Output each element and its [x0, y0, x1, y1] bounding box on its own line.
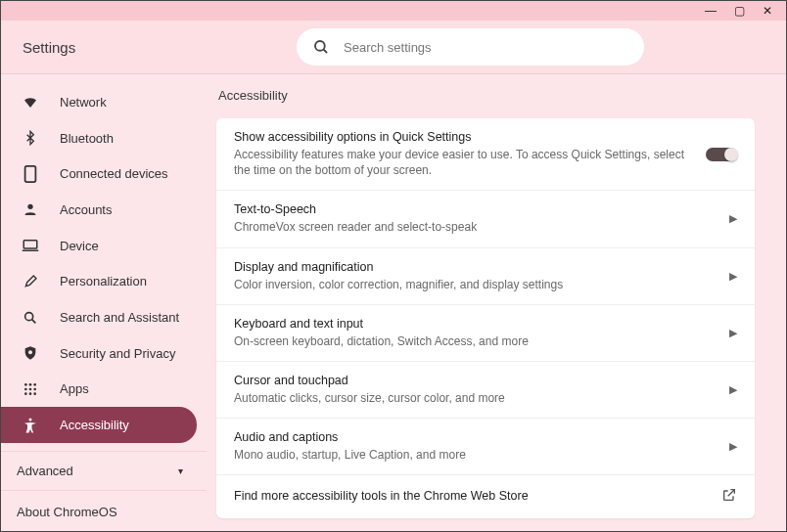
- row-subtitle: Accessibility features make your device …: [234, 147, 694, 178]
- sidebar-item-label: Apps: [60, 381, 89, 396]
- sidebar-item-label: Accounts: [60, 202, 112, 217]
- sidebar-item-label: Network: [60, 95, 107, 110]
- search-icon: [312, 38, 330, 56]
- page-title: Accessibility: [218, 88, 755, 103]
- sidebar-item-label: Personalization: [60, 274, 147, 288]
- row-title: Find more accessibility tools in the Chr…: [234, 489, 721, 503]
- svg-rect-4: [23, 241, 37, 248]
- row-subtitle: Mono audio, startup, Live Caption, and m…: [234, 447, 718, 463]
- svg-point-14: [33, 388, 36, 391]
- row-keyboard-text-input[interactable]: Keyboard and text input On-screen keyboa…: [216, 305, 755, 362]
- close-icon[interactable]: ✕: [763, 5, 772, 17]
- row-title: Show accessibility options in Quick Sett…: [234, 130, 694, 144]
- svg-point-13: [29, 388, 32, 391]
- row-subtitle: On-screen keyboard, dictation, Switch Ac…: [234, 333, 718, 349]
- svg-point-0: [315, 41, 325, 51]
- svg-point-11: [33, 383, 36, 386]
- row-title: Cursor and touchpad: [234, 374, 718, 387]
- svg-point-16: [29, 392, 32, 395]
- row-text-to-speech[interactable]: Text-to-Speech ChromeVox screen reader a…: [216, 191, 755, 247]
- chevron-right-icon: ▶: [729, 440, 737, 453]
- sidebar-item-device[interactable]: Device: [1, 228, 197, 264]
- chevron-right-icon: ▶: [729, 327, 737, 339]
- search-input[interactable]: [344, 40, 618, 55]
- app-title: Settings: [23, 39, 297, 56]
- sidebar-item-personalization[interactable]: Personalization: [1, 264, 197, 300]
- sidebar-advanced-label: Advanced: [17, 464, 73, 478]
- sidebar-item-connected-devices[interactable]: Connected devices: [1, 155, 197, 192]
- search-box[interactable]: [297, 28, 644, 66]
- row-title: Display and magnification: [234, 260, 718, 274]
- search-icon: [21, 310, 40, 326]
- accessibility-icon: [21, 417, 40, 434]
- row-audio-captions[interactable]: Audio and captions Mono audio, startup, …: [216, 419, 755, 475]
- svg-line-1: [323, 49, 327, 53]
- chevron-right-icon: ▶: [729, 212, 737, 225]
- sidebar-item-label: Bluetooth: [60, 131, 114, 146]
- shield-icon: [21, 344, 40, 362]
- svg-point-9: [24, 383, 27, 386]
- window-titlebar: — ▢ ✕: [1, 1, 786, 21]
- sidebar-advanced[interactable]: Advanced ▾: [1, 451, 207, 490]
- svg-line-7: [32, 319, 36, 323]
- chevron-right-icon: ▶: [729, 383, 737, 396]
- sidebar-item-bluetooth[interactable]: Bluetooth: [1, 120, 197, 156]
- sidebar-item-label: Security and Privacy: [60, 346, 176, 361]
- row-title: Audio and captions: [234, 430, 718, 444]
- sidebar-about[interactable]: About ChromeOS: [1, 490, 207, 532]
- settings-card: Show accessibility options in Quick Sett…: [216, 118, 755, 518]
- sidebar-item-label: Accessibility: [60, 418, 129, 432]
- chevron-down-icon: ▾: [178, 466, 183, 476]
- row-cursor-touchpad[interactable]: Cursor and touchpad Automatic clicks, cu…: [216, 362, 755, 419]
- external-link-icon: [721, 487, 737, 507]
- chevron-right-icon: ▶: [729, 270, 737, 283]
- svg-point-10: [29, 383, 32, 386]
- row-webstore-link[interactable]: Find more accessibility tools in the Chr…: [216, 475, 755, 518]
- svg-point-12: [24, 388, 27, 391]
- sidebar-item-apps[interactable]: Apps: [1, 372, 197, 408]
- row-quick-settings[interactable]: Show accessibility options in Quick Sett…: [216, 118, 755, 191]
- row-subtitle: Color inversion, color correction, magni…: [234, 277, 718, 292]
- sidebar-item-search-assistant[interactable]: Search and Assistant: [1, 299, 197, 335]
- wifi-icon: [21, 93, 40, 111]
- brush-icon: [21, 274, 40, 289]
- sidebar-item-label: Connected devices: [60, 166, 168, 181]
- app-header: Settings: [1, 21, 786, 74]
- svg-point-3: [27, 204, 32, 209]
- main-content: Accessibility Show accessibility options…: [207, 74, 786, 532]
- svg-rect-2: [25, 166, 36, 182]
- phone-icon: [21, 165, 40, 183]
- row-display-magnification[interactable]: Display and magnification Color inversio…: [216, 248, 755, 305]
- row-title: Keyboard and text input: [234, 317, 718, 331]
- svg-point-18: [29, 418, 32, 421]
- sidebar-item-label: Search and Assistant: [60, 310, 179, 325]
- sidebar-item-label: Device: [60, 239, 99, 253]
- sidebar-item-accessibility[interactable]: Accessibility: [1, 407, 197, 443]
- svg-point-15: [24, 392, 27, 395]
- row-subtitle: Automatic clicks, cursor size, cursor co…: [234, 390, 718, 406]
- sidebar-item-security-privacy[interactable]: Security and Privacy: [1, 335, 197, 372]
- row-subtitle: ChromeVox screen reader and select-to-sp…: [234, 219, 718, 235]
- bluetooth-icon: [21, 130, 40, 146]
- sidebar-about-label: About ChromeOS: [17, 505, 117, 519]
- apps-icon: [21, 381, 40, 397]
- minimize-icon[interactable]: —: [705, 5, 717, 17]
- sidebar-item-accounts[interactable]: Accounts: [1, 192, 197, 228]
- sidebar: Network Bluetooth Connected devices Acco…: [1, 74, 207, 532]
- maximize-icon[interactable]: ▢: [734, 5, 745, 17]
- quick-settings-toggle[interactable]: [706, 148, 737, 161]
- row-title: Text-to-Speech: [234, 202, 718, 216]
- person-icon: [21, 201, 40, 217]
- laptop-icon: [21, 239, 40, 252]
- svg-point-17: [33, 392, 36, 395]
- sidebar-item-network[interactable]: Network: [1, 84, 197, 120]
- svg-point-8: [28, 351, 32, 355]
- svg-point-6: [25, 312, 33, 320]
